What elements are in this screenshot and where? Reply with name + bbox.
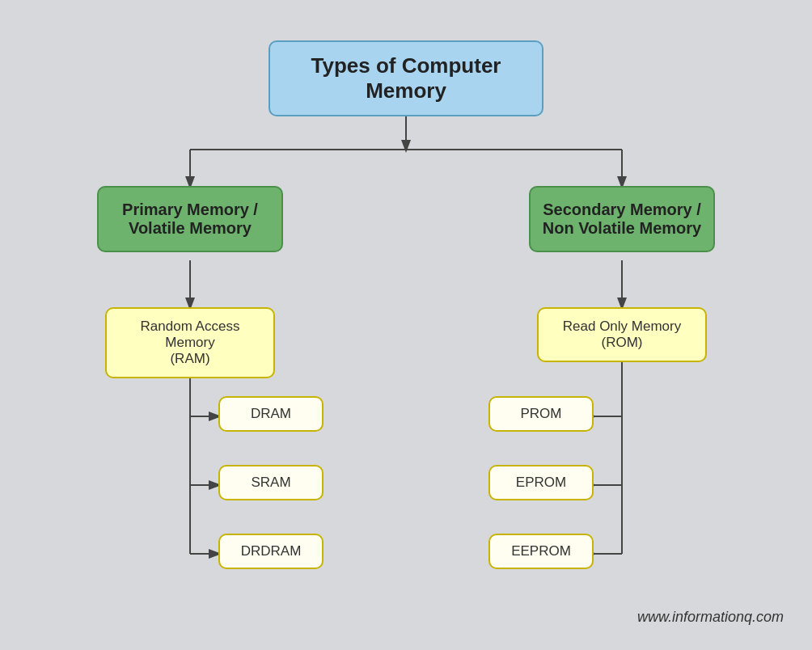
eeprom-node: EEPROM	[488, 534, 594, 569]
primary-memory-node: Primary Memory /Volatile Memory	[97, 186, 283, 252]
eeprom-label: EEPROM	[511, 543, 571, 559]
eprom-label: EPROM	[516, 475, 566, 490]
secondary-memory-label: Secondary Memory /Non Volatile Memory	[543, 200, 701, 237]
ram-label: Random Access Memory(RAM)	[141, 319, 240, 366]
drdram-label: DRDRAM	[241, 543, 302, 559]
root-node: Types of Computer Memory	[269, 40, 543, 116]
watermark: www.informationq.com	[637, 609, 784, 626]
prom-label: PROM	[521, 406, 562, 421]
primary-memory-label: Primary Memory /Volatile Memory	[122, 200, 258, 237]
dram-node: DRAM	[218, 396, 324, 432]
rom-label: Read Only Memory(ROM)	[563, 319, 681, 350]
sram-label: SRAM	[251, 475, 290, 490]
ram-node: Random Access Memory(RAM)	[105, 307, 275, 378]
secondary-memory-node: Secondary Memory /Non Volatile Memory	[529, 186, 715, 252]
dram-label: DRAM	[251, 406, 291, 421]
drdram-node: DRDRAM	[218, 534, 324, 569]
sram-node: SRAM	[218, 465, 324, 500]
eprom-node: EPROM	[488, 465, 594, 500]
prom-node: PROM	[488, 396, 594, 432]
rom-node: Read Only Memory(ROM)	[537, 307, 707, 362]
